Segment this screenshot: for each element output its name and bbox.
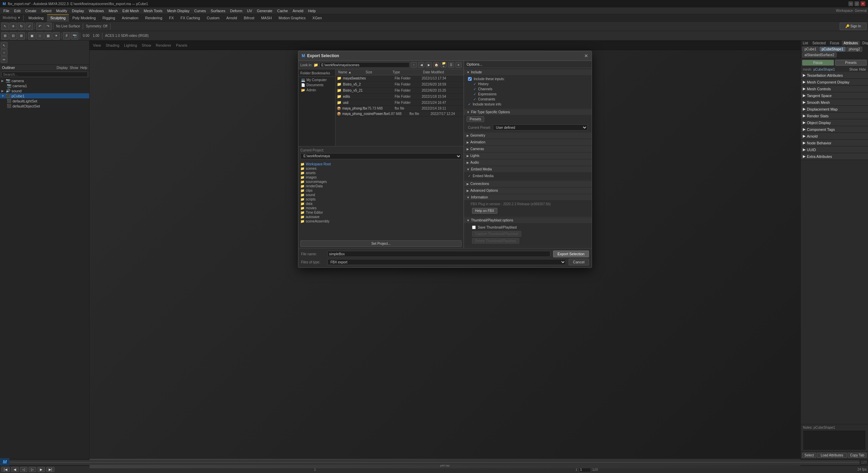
- menu-mesh[interactable]: Mesh: [106, 8, 120, 14]
- nav-up-btn[interactable]: ↑: [411, 62, 417, 68]
- redo-btn[interactable]: ↷: [44, 23, 52, 30]
- attr-section-node-behavior-header[interactable]: ▶ Node Behavior: [801, 140, 868, 146]
- col-name[interactable]: Name ▲: [337, 70, 364, 74]
- menu-windows[interactable]: Windows: [87, 8, 106, 14]
- embed-media-header[interactable]: ▼ Embed Media: [464, 166, 592, 172]
- file-row-maya-phong-cosine-fbx[interactable]: 📦 maya_phong_cosinePower.fbx 6.87 MiB fb…: [336, 111, 464, 117]
- cameras-header[interactable]: ▶ Cameras: [464, 146, 592, 152]
- tree-item-sound[interactable]: ▶ 🔊 sound: [0, 88, 89, 93]
- checkbox-include-inputs[interactable]: [468, 77, 472, 81]
- outliner-search[interactable]: [1, 72, 88, 77]
- file-row-usd[interactable]: 📁 usd File Folder 2022/1/24 16:47: [336, 100, 464, 106]
- proj-item-scripts[interactable]: 📁 scripts: [298, 197, 464, 202]
- move-tool-btn[interactable]: ✛: [9, 23, 17, 30]
- proj-item-movies[interactable]: 📁 movies: [298, 206, 464, 210]
- proj-item-time-editor[interactable]: 📁 Time Editor: [298, 210, 464, 215]
- history-btn[interactable]: ↶: [36, 23, 44, 30]
- play-fwd-btn[interactable]: ▷: [29, 467, 36, 472]
- camera-settings-btn[interactable]: 📷: [71, 32, 78, 40]
- tab-animation[interactable]: Animation: [119, 14, 142, 22]
- channel-tab-focus[interactable]: Focus: [828, 41, 841, 46]
- menu-file[interactable]: File: [1, 8, 11, 14]
- sign-in-btn[interactable]: 🔑 Sign In: [840, 23, 867, 30]
- attr-section-mesh-controls-header[interactable]: ▶ Mesh Controls: [801, 86, 868, 92]
- tab-rigging[interactable]: Rigging: [99, 14, 118, 22]
- menu-modify[interactable]: Modify: [54, 8, 69, 14]
- attr-section-object-display-header[interactable]: ▶ Object Display: [801, 119, 868, 126]
- attr-section-mesh-component-header[interactable]: ▶ Mesh Component Display: [801, 79, 868, 85]
- preset-select[interactable]: User defined: [493, 124, 588, 131]
- menu-help[interactable]: Help: [306, 8, 318, 14]
- frame-fwd-btn[interactable]: ▶|: [46, 467, 55, 472]
- geometry-header[interactable]: ▶ Geometry: [464, 133, 592, 138]
- rotate-tool-btn[interactable]: ↻: [18, 23, 25, 30]
- grid-btn[interactable]: #: [63, 32, 70, 40]
- scale-tool-btn[interactable]: ⤢: [26, 23, 33, 30]
- select-tool-btn[interactable]: ↖: [1, 23, 9, 30]
- detail-view-btn[interactable]: ≡: [455, 62, 462, 68]
- file-row-edits[interactable]: 📁 edits File Folder 2022/1/18 15:54: [336, 94, 464, 100]
- proj-item-data[interactable]: 📁 data: [298, 202, 464, 206]
- tab-poly-modeling[interactable]: Poly Modeling: [69, 14, 99, 22]
- file-row-maya-swatches[interactable]: 📁 mayaSwatches File Folder 2022/1/13 17:…: [336, 75, 464, 81]
- tree-item-cameras[interactable]: ▶ 📷 camera: [0, 78, 89, 83]
- list-view-btn[interactable]: ☰: [448, 62, 454, 68]
- menu-mesh-display[interactable]: Mesh Display: [165, 8, 192, 14]
- hide-btn-right[interactable]: Hide: [859, 68, 866, 71]
- lasso-icon[interactable]: ○: [1, 49, 7, 56]
- delete-thumbnail-btn[interactable]: Delete Thumbnail/Playblast: [472, 238, 519, 244]
- selected-tab-pcube1[interactable]: pCube1: [802, 47, 819, 52]
- tree-item-camera1[interactable]: 📷 camera1: [0, 83, 89, 88]
- menu-curves[interactable]: Curves: [192, 8, 208, 14]
- proj-item-sound[interactable]: 📁 sound: [298, 193, 464, 197]
- mode-dropdown[interactable]: Modeling ▼: [1, 16, 22, 20]
- menu-edit-mesh[interactable]: Edit Mesh: [120, 8, 141, 14]
- select-btn-right[interactable]: Select: [802, 453, 816, 458]
- focus-button[interactable]: Focus: [802, 60, 834, 66]
- shading-btn[interactable]: ▣: [28, 32, 35, 40]
- thumbnail-playblast-header[interactable]: ▼ Thumbnail/Playblast options: [464, 217, 592, 223]
- step-back-btn[interactable]: ◁: [20, 467, 27, 472]
- attr-section-displacement-map-header[interactable]: ▶ Displacement Map: [801, 106, 868, 112]
- wireframe-btn[interactable]: □: [36, 32, 44, 40]
- proj-item-scenes[interactable]: 📁 scenes: [298, 166, 464, 171]
- notes-text-area[interactable]: [803, 430, 866, 450]
- tab-custom[interactable]: Custom: [203, 14, 223, 22]
- nav-forward-btn[interactable]: ▶: [426, 62, 432, 68]
- play-btn[interactable]: ▶: [38, 467, 45, 472]
- menu-deform[interactable]: Deform: [228, 8, 244, 14]
- checkbox-save-thumbnail[interactable]: [472, 226, 476, 229]
- menu-display[interactable]: Display: [70, 8, 86, 14]
- view-btn-3[interactable]: ⊠: [18, 32, 25, 40]
- bookmark-documents[interactable]: 📄 Documents: [298, 82, 335, 88]
- col-type[interactable]: Type: [391, 70, 422, 74]
- attr-section-extra-attributes-header[interactable]: ▶ Extra Attributes: [801, 153, 868, 160]
- menu-surfaces[interactable]: Surfaces: [209, 8, 227, 14]
- maximize-button[interactable]: □: [854, 1, 859, 6]
- proj-item-workspace-root[interactable]: 📁 Workspace Root: [298, 162, 464, 166]
- attr-section-render-stats-header[interactable]: ▶ Render Stats: [801, 113, 868, 119]
- proj-item-sourceimages[interactable]: 📁 sourceimages: [298, 180, 464, 184]
- bookmark-my-computer[interactable]: 💻 My Computer: [298, 77, 335, 82]
- dialog-close-button[interactable]: ✕: [584, 53, 588, 58]
- new-folder-btn[interactable]: 📁+: [441, 62, 447, 68]
- connections-header[interactable]: ▶ Connections: [464, 181, 592, 187]
- attr-section-tangent-space-header[interactable]: ▶ Tangent Space: [801, 92, 868, 99]
- tree-item-pcube1[interactable]: ▼ ⬛ pCube1: [0, 93, 89, 98]
- outliner-menu-show[interactable]: Show: [70, 66, 78, 70]
- file-row-maya-phong-fbx[interactable]: 📦 maya_phong.fbx 75.73 MiB fbx file 2022…: [336, 106, 464, 111]
- proj-item-assets[interactable]: 📁 assets: [298, 171, 464, 175]
- tab-sculpting[interactable]: Sculpting: [47, 14, 69, 22]
- menu-select[interactable]: Select: [39, 8, 54, 14]
- play-back-btn[interactable]: ◀: [11, 467, 19, 472]
- tab-arnold[interactable]: Arnold: [223, 14, 241, 22]
- presets-btn-right[interactable]: Presets: [835, 60, 867, 66]
- view-btn-2[interactable]: ⊟: [9, 32, 17, 40]
- paint-icon[interactable]: ✏: [1, 56, 7, 63]
- menu-uv[interactable]: UV: [245, 8, 254, 14]
- tab-xgen[interactable]: XGen: [309, 14, 325, 22]
- selected-tab-aistandard[interactable]: aiStandardSurface2: [802, 52, 837, 57]
- file-type-select[interactable]: FBX export: [327, 259, 566, 265]
- menu-edit[interactable]: Edit: [12, 8, 23, 14]
- proj-item-images[interactable]: 📁 images: [298, 175, 464, 180]
